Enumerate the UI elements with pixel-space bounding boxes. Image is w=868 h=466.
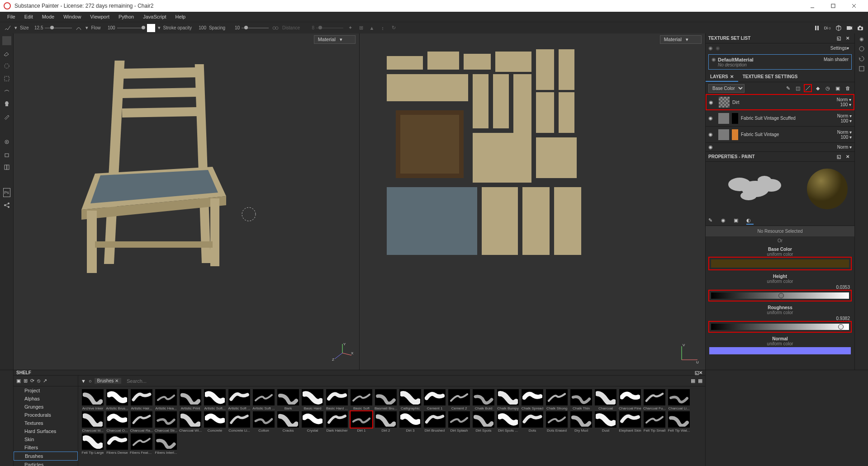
- grid-large-icon[interactable]: ▦: [698, 378, 702, 384]
- layer-row[interactable]: ◉ Fabric Suit Vintage Norm ▾100 ▾: [706, 127, 854, 143]
- visibility-all-icon[interactable]: ◉: [708, 45, 713, 51]
- brush-item[interactable]: Basic Hard: [301, 389, 324, 410]
- history-icon[interactable]: [859, 56, 865, 62]
- symmetry-y-icon[interactable]: ↕: [379, 24, 387, 32]
- brush-item[interactable]: Charcoal Ra...: [130, 411, 153, 433]
- mirror-icon[interactable]: ⊞: [357, 24, 365, 32]
- brush-item[interactable]: Cotton: [252, 411, 275, 433]
- menu-help[interactable]: Help: [171, 13, 190, 21]
- shelf-refresh-icon[interactable]: ⟳: [30, 378, 34, 384]
- lazy-mouse-icon[interactable]: ✦: [346, 24, 354, 32]
- menu-python[interactable]: Python: [114, 13, 138, 21]
- panel-close-icon[interactable]: ✕: [844, 34, 852, 42]
- menu-edit[interactable]: Edit: [20, 13, 38, 21]
- link-icon[interactable]: [271, 24, 280, 32]
- brush-dropdown-icon[interactable]: [4, 24, 12, 32]
- brush-item[interactable]: Dots Erased: [545, 411, 569, 433]
- brush-item[interactable]: Artistic Brus...: [105, 389, 129, 410]
- channel-select[interactable]: Base Color: [708, 84, 745, 93]
- viewport-3d[interactable]: Material ▾: [14, 33, 360, 370]
- brush-item[interactable]: Dry Mud: [569, 411, 593, 433]
- brush-item[interactable]: Dirt 2: [374, 411, 398, 433]
- axis-gizmo-2d-icon[interactable]: V U: [677, 342, 700, 364]
- layer-row[interactable]: ◉ Fabric Suit Vintage Scuffed Norm ▾100 …: [706, 110, 854, 127]
- menu-window[interactable]: Window: [59, 13, 85, 21]
- tab-texture-set-settings[interactable]: TEXTURE SET SETTINGS: [738, 72, 802, 82]
- layer-mask-icon[interactable]: [732, 113, 738, 124]
- brush-item[interactable]: Charcoal O...: [105, 411, 129, 433]
- panel-popout-icon[interactable]: ◱: [695, 370, 699, 375]
- material-picker-tool-icon[interactable]: [2, 112, 11, 121]
- panel-close-icon[interactable]: ✕: [699, 370, 702, 375]
- add-fill-layer-icon[interactable]: ◆: [814, 84, 822, 92]
- brush-item[interactable]: Charcoal Li...: [667, 389, 691, 410]
- brush-item[interactable]: Cracks: [276, 411, 300, 433]
- brush-item[interactable]: Charcoal: [594, 389, 617, 410]
- brush-item[interactable]: Cement 1: [423, 389, 446, 410]
- add-folder-icon[interactable]: ▣: [834, 84, 842, 92]
- menu-file[interactable]: File: [3, 13, 20, 21]
- flow-control[interactable]: Flow 100: [91, 25, 144, 31]
- brush-item[interactable]: Concrete Li...: [228, 411, 251, 433]
- panel-close-icon[interactable]: ✕: [844, 153, 852, 161]
- shelf-category-item[interactable]: Hard Surfaces: [14, 427, 78, 435]
- brush-item[interactable]: Chalk Strong: [545, 389, 569, 410]
- viewport-2d-mode-dropdown[interactable]: Material ▾: [660, 35, 702, 44]
- wrap-icon[interactable]: ↻: [389, 24, 398, 32]
- baking-icon[interactable]: [2, 150, 11, 159]
- shelf-category-item[interactable]: Procedurals: [14, 411, 78, 419]
- brush-item[interactable]: Cement 2: [447, 389, 471, 410]
- eye-icon[interactable]: ◉: [708, 144, 716, 150]
- brush-item[interactable]: Charcoal Fine: [618, 389, 642, 410]
- panel-popout-icon[interactable]: ◱: [835, 153, 843, 161]
- log-icon[interactable]: [859, 66, 865, 72]
- brush-item[interactable]: Dirt Spots ...: [496, 411, 520, 433]
- brush-item[interactable]: Artistic Print: [179, 389, 202, 410]
- shelf-category-item[interactable]: Skin: [14, 435, 78, 443]
- brush-item[interactable]: Charcoal Fu...: [643, 389, 666, 410]
- paint-tool-icon[interactable]: [2, 36, 11, 45]
- brush-item[interactable]: Chalk Bumpy: [496, 389, 520, 410]
- axis-gizmo-3d-icon[interactable]: Y X Z: [331, 342, 354, 364]
- shelf-home-icon[interactable]: ▣: [16, 378, 21, 384]
- brush-item[interactable]: Fibers Feather: [130, 433, 153, 455]
- prop-tab-material-icon[interactable]: ◐: [746, 217, 754, 225]
- prop-tab-alpha-icon[interactable]: ◉: [721, 217, 728, 225]
- prop-tab-stencil-icon[interactable]: ▣: [734, 217, 741, 225]
- pause-icon[interactable]: [813, 24, 821, 32]
- brush-item[interactable]: Artistic Hea...: [154, 389, 178, 410]
- add-paint-layer-icon[interactable]: [804, 84, 812, 92]
- shelf-filter-tag[interactable]: Brushes ✕: [95, 378, 121, 384]
- brush-item[interactable]: Basic Soft: [350, 389, 373, 410]
- brush-item[interactable]: Charcoal Wi...: [179, 411, 202, 433]
- alpha-icon[interactable]: [147, 24, 155, 32]
- brush-item[interactable]: Chalk Thin: [569, 389, 593, 410]
- projection-tool-icon[interactable]: [2, 61, 11, 71]
- brush-item[interactable]: Crystal: [301, 411, 324, 433]
- height-slider[interactable]: [709, 291, 851, 301]
- brush-item[interactable]: Charcoal Str...: [154, 411, 178, 433]
- add-mask-icon[interactable]: ◫: [794, 84, 802, 92]
- texture-set-settings-dropdown[interactable]: Settings ▾: [828, 43, 852, 52]
- brush-item[interactable]: Calligraphic: [398, 389, 422, 410]
- brush-item[interactable]: Basmati Bru...: [374, 389, 398, 410]
- menu-mode[interactable]: Mode: [38, 13, 59, 21]
- tab-layers[interactable]: LAYERS✕: [706, 72, 738, 82]
- normal-swatch[interactable]: [709, 347, 851, 354]
- symmetry-x-icon[interactable]: ▲: [368, 24, 376, 32]
- brush-item[interactable]: Archive Inker: [81, 389, 104, 410]
- circle-filter-icon[interactable]: ○: [89, 378, 92, 384]
- brush-item[interactable]: Concrete: [203, 411, 227, 433]
- shelf-category-item[interactable]: Grunges: [14, 403, 78, 411]
- brush-item[interactable]: Bark: [276, 389, 300, 410]
- brush-item[interactable]: Dirt 1: [350, 411, 373, 433]
- shelf-search-input[interactable]: [124, 377, 688, 385]
- brush-item[interactable]: Charcoal M...: [81, 411, 104, 433]
- prop-tab-brush-icon[interactable]: ✎: [708, 217, 716, 225]
- brush-item[interactable]: Dirt Spots: [472, 411, 495, 433]
- shader-settings-icon[interactable]: [859, 46, 865, 52]
- eye-icon[interactable]: ◉: [708, 132, 716, 137]
- share-icon[interactable]: [2, 201, 11, 210]
- layer-row[interactable]: ◉ Norm ▾: [706, 143, 854, 152]
- eye-icon[interactable]: ◉: [708, 115, 716, 121]
